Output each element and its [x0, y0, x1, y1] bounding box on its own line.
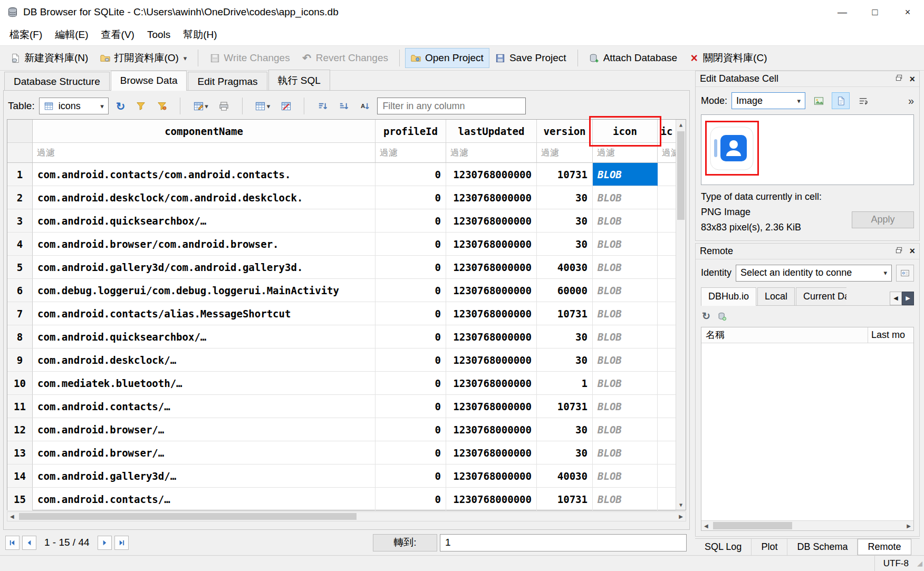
filter-componentname[interactable]: 過濾 [33, 143, 376, 163]
write-changes-button[interactable]: Write Changes [204, 48, 295, 68]
cell-profileid[interactable]: 0 [376, 233, 446, 256]
cell-componentname[interactable]: com.android.quicksearchbox/… [33, 325, 376, 349]
goto-button[interactable]: 轉到: [373, 534, 437, 551]
cell-profileid[interactable]: 0 [376, 441, 446, 464]
cell-icon-blob[interactable]: BLOB [593, 302, 658, 325]
filter-version[interactable]: 過濾 [537, 143, 593, 163]
row-number-cell[interactable]: 10 [7, 372, 33, 395]
first-record-button[interactable] [5, 536, 20, 550]
column-header-version[interactable]: version [537, 120, 593, 143]
column-header-componentname[interactable]: componentName [33, 120, 376, 143]
scroll-right-icon[interactable]: ▶ [679, 514, 683, 519]
column-header-clipped[interactable]: ic [658, 120, 676, 143]
cell-lastupdated[interactable]: 1230768000000 [446, 418, 537, 441]
remote-list-body[interactable] [701, 343, 913, 520]
attach-database-button[interactable]: Attach Database [583, 48, 683, 68]
cell-clipped[interactable] [658, 163, 676, 186]
column-header-lastupdated[interactable]: lastUpdated [446, 120, 537, 143]
cell-version[interactable]: 40030 [537, 464, 593, 488]
menu-edit[interactable]: 編輯(E) [49, 25, 94, 44]
cell-clipped[interactable] [658, 302, 676, 325]
minimize-button[interactable]: — [826, 0, 859, 24]
row-number-cell[interactable]: 5 [7, 256, 33, 279]
cell-profileid[interactable]: 0 [376, 418, 446, 441]
cell-lastupdated[interactable]: 1230768000000 [446, 349, 537, 372]
new-database-button[interactable]: 新建資料庫(N) [4, 47, 94, 69]
filter-clipped[interactable]: 過濾 [658, 143, 676, 163]
cell-icon-blob[interactable]: BLOB [593, 349, 658, 372]
cell-icon-blob[interactable]: BLOB [593, 163, 658, 186]
filter-icon-column[interactable]: 過濾 [593, 143, 658, 163]
cell-version[interactable]: 30 [537, 186, 593, 209]
goto-record-input[interactable] [440, 534, 687, 551]
import-data-button[interactable] [810, 92, 827, 109]
clear-filters-button[interactable] [132, 97, 149, 115]
cell-icon-blob[interactable]: BLOB [593, 395, 658, 418]
float-panel-icon[interactable] [895, 246, 903, 257]
tab-execute-sql[interactable]: 執行 SQL [268, 70, 330, 91]
dock-tab-sql-log[interactable]: SQL Log [695, 539, 752, 555]
remote-tab-dbhub[interactable]: DBHub.io [701, 287, 756, 306]
row-number-cell[interactable]: 9 [7, 349, 33, 372]
remote-horizontal-scrollbar[interactable]: ◀ ▶ [701, 520, 913, 530]
cell-clipped[interactable] [658, 464, 676, 488]
row-number-cell[interactable]: 13 [7, 441, 33, 464]
row-number-cell[interactable]: 1 [7, 163, 33, 186]
scroll-left-icon[interactable]: ◀ [10, 514, 14, 519]
cell-clipped[interactable] [658, 233, 676, 256]
cell-profileid[interactable]: 0 [376, 488, 446, 511]
cell-version[interactable]: 10731 [537, 163, 593, 186]
scroll-down-icon[interactable]: ▼ [679, 502, 682, 508]
mode-select[interactable]: Image ▾ [732, 92, 805, 109]
cell-lastupdated[interactable]: 1230768000000 [446, 464, 537, 488]
horizontal-scroll-thumb[interactable] [19, 513, 357, 520]
remote-tab-local[interactable]: Local [757, 287, 795, 305]
cell-lastupdated[interactable]: 1230768000000 [446, 325, 537, 349]
scroll-up-icon[interactable]: ▲ [679, 122, 682, 128]
tab-database-structure[interactable]: Database Structure [4, 72, 110, 91]
close-database-button[interactable]: × 關閉資料庫(C) [683, 47, 773, 69]
row-number-cell[interactable]: 7 [7, 302, 33, 325]
cell-icon-blob[interactable]: BLOB [593, 256, 658, 279]
table-select[interactable]: icons ▾ [39, 98, 109, 114]
menu-view[interactable]: 查看(V) [95, 25, 141, 44]
sort-asc-button[interactable] [314, 97, 331, 115]
menu-help[interactable]: 幫助(H) [177, 25, 223, 44]
identity-settings-button[interactable] [896, 265, 914, 282]
cell-clipped[interactable] [658, 488, 676, 511]
cell-clipped[interactable] [658, 209, 676, 233]
cell-icon-blob[interactable]: BLOB [593, 186, 658, 209]
cell-profileid[interactable]: 0 [376, 256, 446, 279]
save-project-button[interactable]: Save Project [489, 48, 572, 68]
dock-tab-db-schema[interactable]: DB Schema [787, 539, 858, 555]
cell-clipped[interactable] [658, 349, 676, 372]
cell-version[interactable]: 40030 [537, 256, 593, 279]
filter-any-column-input[interactable] [377, 98, 526, 114]
row-number-cell[interactable]: 8 [7, 325, 33, 349]
last-record-button[interactable] [114, 536, 129, 550]
cell-profileid[interactable]: 0 [376, 279, 446, 302]
cell-icon-blob[interactable]: BLOB [593, 233, 658, 256]
close-panel-icon[interactable]: × [909, 74, 915, 84]
row-number-cell[interactable]: 11 [7, 395, 33, 418]
cell-icon-blob[interactable]: BLOB [593, 279, 658, 302]
cell-lastupdated[interactable]: 1230768000000 [446, 488, 537, 511]
cell-lastupdated[interactable]: 1230768000000 [446, 233, 537, 256]
cell-lastupdated[interactable]: 1230768000000 [446, 163, 537, 186]
remote-scroll-thumb[interactable] [713, 522, 792, 529]
cell-lastupdated[interactable]: 1230768000000 [446, 302, 537, 325]
cell-lastupdated[interactable]: 1230768000000 [446, 441, 537, 464]
remote-list-header-lastmodified[interactable]: Last mo [868, 327, 913, 343]
scroll-right-icon[interactable]: ▶ [907, 523, 911, 529]
cell-componentname[interactable]: com.android.browser/com.android.browser. [33, 233, 376, 256]
cell-clipped[interactable] [658, 325, 676, 349]
open-project-button[interactable]: Open Project [405, 48, 489, 68]
remote-refresh-icon[interactable]: ↻ [702, 311, 710, 322]
cell-clipped[interactable] [658, 372, 676, 395]
save-filter-button[interactable] [153, 97, 170, 115]
cell-version[interactable]: 30 [537, 325, 593, 349]
cell-clipped[interactable] [658, 418, 676, 441]
cell-profileid[interactable]: 0 [376, 163, 446, 186]
menu-file[interactable]: 檔案(F) [3, 25, 49, 44]
row-number-cell[interactable]: 4 [7, 233, 33, 256]
